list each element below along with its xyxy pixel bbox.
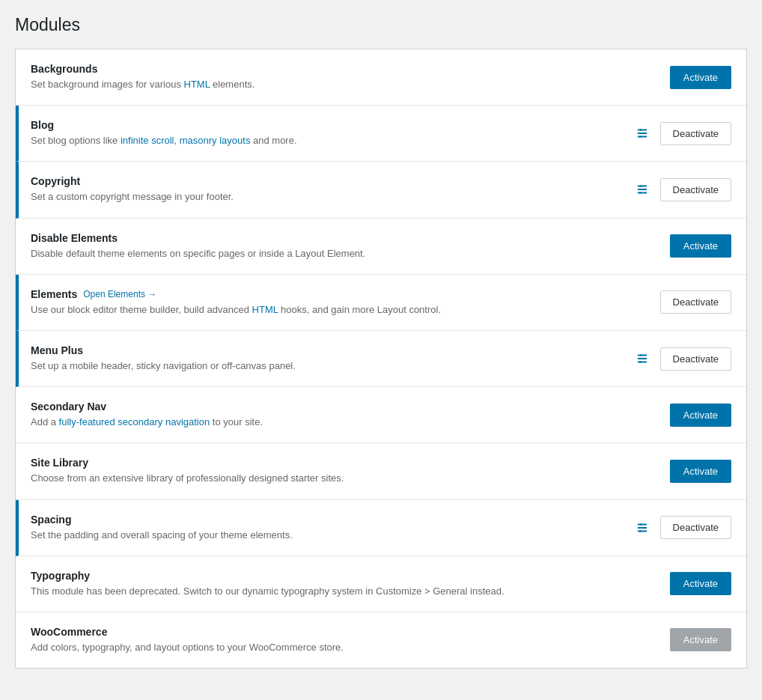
module-info-spacing: SpacingSet the padding and overall spaci… bbox=[31, 514, 617, 542]
module-row-spacing: SpacingSet the padding and overall spaci… bbox=[16, 500, 746, 556]
svg-point-16 bbox=[643, 358, 645, 360]
module-row-typography: TypographyThis module has been deprecate… bbox=[16, 556, 746, 612]
module-desc-blog: Set blog options like infinite scroll, m… bbox=[31, 134, 617, 147]
module-info-menu-plus: Menu PlusSet up a mobile header, sticky … bbox=[31, 344, 617, 373]
svg-point-22 bbox=[643, 526, 645, 529]
module-info-site-library: Site LibraryChoose from an extensive lib… bbox=[31, 457, 655, 485]
module-actions-menu-plus: Deactivate bbox=[632, 347, 731, 371]
module-desc-menu-plus: Set up a mobile header, sticky navigatio… bbox=[31, 359, 617, 373]
module-desc-woocommerce: Add colors, typography, and layout optio… bbox=[31, 641, 655, 654]
svg-point-3 bbox=[639, 129, 641, 131]
svg-point-4 bbox=[643, 133, 645, 135]
module-actions-secondary-nav: Activate bbox=[670, 404, 731, 427]
svg-point-10 bbox=[643, 189, 645, 191]
deactivate-button-elements[interactable]: Deactivate bbox=[660, 290, 731, 314]
module-row-woocommerce: WooCommerceAdd colors, typography, and l… bbox=[16, 612, 746, 668]
module-name-backgrounds: Backgrounds bbox=[31, 63, 97, 75]
settings-icon-menu-plus[interactable] bbox=[632, 348, 653, 369]
module-row-copyright: CopyrightSet a custom copyright message … bbox=[16, 162, 746, 218]
module-actions-backgrounds: Activate bbox=[670, 66, 731, 89]
svg-point-21 bbox=[639, 523, 641, 526]
module-desc-site-library: Choose from an extensive library of prof… bbox=[31, 472, 655, 485]
deactivate-button-copyright[interactable]: Deactivate bbox=[660, 178, 731, 201]
deactivate-button-blog[interactable]: Deactivate bbox=[660, 122, 731, 145]
module-name-menu-plus: Menu Plus bbox=[31, 344, 83, 356]
module-desc-copyright: Set a custom copyright message in your f… bbox=[31, 190, 617, 204]
settings-icon-spacing[interactable] bbox=[632, 517, 653, 538]
module-actions-woocommerce: Activate bbox=[670, 628, 731, 651]
module-desc-disable-elements: Disable default theme elements on specif… bbox=[31, 247, 655, 261]
deactivate-button-menu-plus[interactable]: Deactivate bbox=[660, 347, 731, 371]
module-actions-blog: Deactivate bbox=[632, 122, 731, 145]
module-row-elements: ElementsOpen Elements →Use our block edi… bbox=[16, 275, 746, 331]
module-info-elements: ElementsOpen Elements →Use our block edi… bbox=[31, 288, 645, 317]
activate-button-secondary-nav[interactable]: Activate bbox=[670, 404, 731, 427]
module-row-blog: BlogSet blog options like infinite scrol… bbox=[16, 106, 746, 162]
svg-point-23 bbox=[639, 530, 641, 532]
module-desc-spacing: Set the padding and overall spacing of y… bbox=[31, 529, 617, 542]
activate-button-typography[interactable]: Activate bbox=[670, 572, 731, 595]
svg-point-15 bbox=[639, 354, 641, 356]
module-info-copyright: CopyrightSet a custom copyright message … bbox=[31, 175, 617, 204]
module-row-site-library: Site LibraryChoose from an extensive lib… bbox=[16, 443, 746, 499]
module-name-elements: Elements bbox=[31, 288, 77, 300]
activate-button-site-library[interactable]: Activate bbox=[670, 460, 731, 483]
module-info-typography: TypographyThis module has been deprecate… bbox=[31, 570, 655, 598]
svg-point-17 bbox=[639, 361, 641, 363]
module-actions-elements: Deactivate bbox=[660, 290, 731, 314]
activate-disabled-button-woocommerce: Activate bbox=[670, 628, 731, 651]
module-name-secondary-nav: Secondary Nav bbox=[31, 401, 106, 413]
module-actions-typography: Activate bbox=[670, 572, 731, 595]
module-info-blog: BlogSet blog options like infinite scrol… bbox=[31, 119, 617, 147]
module-desc-typography: This module has been deprecated. Switch … bbox=[31, 585, 655, 598]
module-actions-spacing: Deactivate bbox=[632, 516, 731, 539]
module-actions-site-library: Activate bbox=[670, 460, 731, 483]
module-row-menu-plus: Menu PlusSet up a mobile header, sticky … bbox=[16, 331, 746, 387]
module-info-disable-elements: Disable ElementsDisable default theme el… bbox=[31, 232, 655, 261]
module-row-backgrounds: BackgroundsSet background images for var… bbox=[16, 49, 746, 106]
module-name-typography: Typography bbox=[31, 570, 90, 582]
module-desc-elements: Use our block editor theme builder, buil… bbox=[31, 303, 645, 317]
module-info-woocommerce: WooCommerceAdd colors, typography, and l… bbox=[31, 626, 655, 654]
deactivate-button-spacing[interactable]: Deactivate bbox=[660, 516, 731, 539]
module-info-backgrounds: BackgroundsSet background images for var… bbox=[31, 63, 655, 91]
module-name-blog: Blog bbox=[31, 119, 54, 131]
module-name-site-library: Site Library bbox=[31, 457, 88, 469]
module-actions-copyright: Deactivate bbox=[632, 178, 731, 201]
module-actions-disable-elements: Activate bbox=[670, 234, 731, 258]
module-desc-secondary-nav: Add a fully-featured secondary navigatio… bbox=[31, 416, 655, 429]
activate-button-backgrounds[interactable]: Activate bbox=[670, 66, 731, 89]
settings-icon-copyright[interactable] bbox=[632, 179, 653, 200]
module-name-spacing: Spacing bbox=[31, 514, 71, 526]
module-desc-backgrounds: Set background images for various HTML e… bbox=[31, 78, 655, 91]
modules-list: BackgroundsSet background images for var… bbox=[15, 49, 747, 669]
module-name-disable-elements: Disable Elements bbox=[31, 232, 118, 244]
module-info-secondary-nav: Secondary NavAdd a fully-featured second… bbox=[31, 401, 655, 429]
module-name-copyright: Copyright bbox=[31, 175, 80, 187]
module-open-link-elements[interactable]: Open Elements → bbox=[83, 289, 156, 299]
svg-point-5 bbox=[639, 136, 641, 138]
module-row-secondary-nav: Secondary NavAdd a fully-featured second… bbox=[16, 387, 746, 443]
settings-icon-blog[interactable] bbox=[632, 123, 653, 144]
module-row-disable-elements: Disable ElementsDisable default theme el… bbox=[16, 219, 746, 275]
module-name-woocommerce: WooCommerce bbox=[31, 626, 107, 638]
svg-point-11 bbox=[639, 192, 641, 195]
svg-point-9 bbox=[639, 186, 641, 188]
activate-button-disable-elements[interactable]: Activate bbox=[670, 234, 731, 258]
page-title: Modules bbox=[15, 15, 747, 35]
